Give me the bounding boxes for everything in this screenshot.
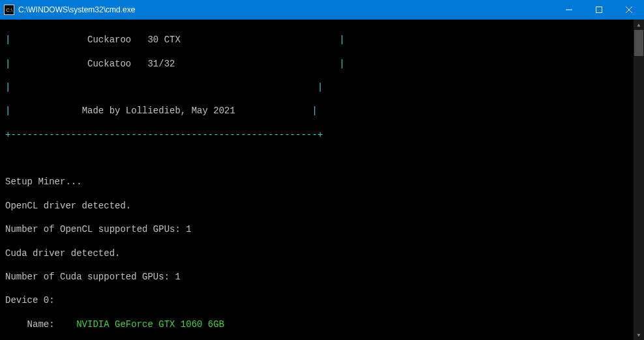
header-line: | Cuckatoo 31/32 | — [5, 58, 639, 70]
opencl-gpus: Number of OpenCL supported GPUs: 1 — [5, 223, 639, 235]
cuda-gpus: Number of Cuda supported GPUs: 1 — [5, 271, 639, 283]
device-header: Device 0: — [5, 294, 639, 306]
scrollbar-thumb[interactable] — [634, 30, 643, 56]
maximize-button[interactable] — [584, 0, 614, 20]
scroll-down-arrow[interactable]: ▼ — [634, 330, 644, 340]
opencl-detected: OpenCL driver detected. — [5, 200, 639, 212]
svg-rect-1 — [596, 7, 602, 13]
maximize-icon — [596, 7, 602, 13]
device-name: Name: NVIDIA GeForce GTX 1060 6GB — [5, 319, 639, 330]
blank — [5, 152, 639, 164]
window-titlebar: C:\ C:\WINDOWS\system32\cmd.exe — [0, 0, 644, 20]
close-button[interactable] — [614, 0, 644, 20]
window-controls — [554, 0, 644, 20]
credits-line: | Made by Lolliedieb, May 2021 | — [5, 105, 639, 117]
setup-title: Setup Miner... — [5, 176, 639, 188]
header-line: | Cuckaroo 30 CTX | — [5, 34, 639, 46]
scroll-up-arrow[interactable]: ▲ — [634, 20, 644, 30]
minimize-icon — [566, 7, 572, 13]
console-output: | Cuckaroo 30 CTX | | Cuckatoo 31/32 | |… — [0, 20, 644, 340]
cmd-icon: C:\ — [4, 5, 14, 15]
close-icon — [626, 7, 632, 13]
header-line: | | — [5, 81, 639, 93]
window-title: C:\WINDOWS\system32\cmd.exe — [18, 5, 554, 14]
scrollbar[interactable]: ▲ ▼ — [634, 20, 644, 340]
cuda-detected: Cuda driver detected. — [5, 248, 639, 259]
minimize-button[interactable] — [554, 0, 584, 20]
divider-line: +---------------------------------------… — [5, 129, 639, 141]
